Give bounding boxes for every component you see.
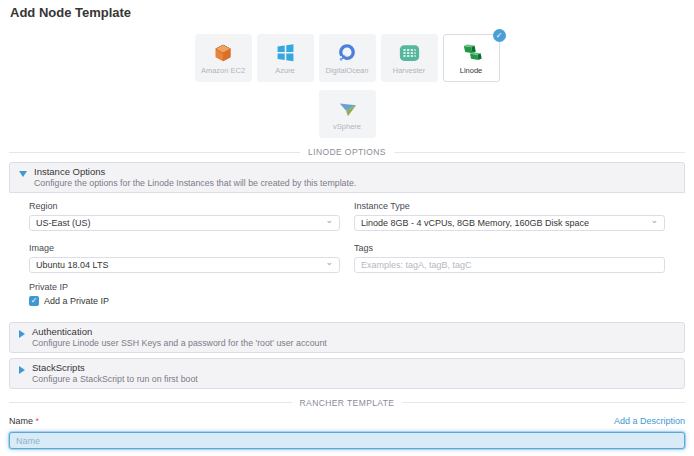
- provider-row-2: vSphere: [319, 90, 376, 138]
- region-select[interactable]: US-East (US) ⌄: [29, 215, 340, 231]
- provider-card-amazon-ec2[interactable]: Amazon EC2: [195, 34, 252, 82]
- provider-card-digitalocean[interactable]: DigitalOcean: [319, 34, 376, 82]
- provider-card-vsphere[interactable]: vSphere: [319, 90, 376, 138]
- name-label-text: Name: [9, 416, 33, 426]
- instance-options-title: Instance Options: [34, 166, 356, 178]
- required-marker: *: [36, 416, 40, 426]
- authentication-accordion-text: Authentication Configure Linode user SSH…: [32, 326, 327, 349]
- instance-type-label: Instance Type: [354, 201, 665, 211]
- rancher-template-separator: RANCHER TEMPLATE: [9, 398, 685, 408]
- instance-options-header[interactable]: Instance Options Configure the options f…: [9, 162, 685, 193]
- separator-line: [394, 152, 685, 153]
- stackscripts-subtitle: Configure a StackScript to run on first …: [32, 374, 198, 385]
- tags-field: Tags: [354, 243, 665, 273]
- private-ip-field: Private IP ✓ Add a Private IP: [29, 282, 665, 306]
- stackscripts-title: StackScripts: [32, 362, 198, 374]
- provider-card-label: Linode: [460, 67, 483, 75]
- instance-options-body: Region US-East (US) ⌄ Instance Type Lino…: [9, 193, 685, 316]
- private-ip-checkbox-label: Add a Private IP: [44, 296, 109, 306]
- provider-card-label: Harvester: [393, 67, 426, 75]
- chevron-down-icon: ⌄: [325, 258, 333, 267]
- azure-icon: [276, 42, 295, 64]
- add-node-template-page: Add Node Template Amazon EC2: [0, 0, 694, 456]
- provider-card-label: vSphere: [333, 123, 361, 131]
- provider-picker: Amazon EC2 Azure: [9, 34, 685, 138]
- image-select[interactable]: Ubuntu 18.04 LTS ⌄: [29, 257, 340, 273]
- linode-options-separator: LINODE OPTIONS: [9, 147, 685, 157]
- linode-icon: [461, 42, 482, 64]
- separator-line: [9, 402, 292, 403]
- name-label: Name *: [9, 416, 39, 426]
- chevron-collapsed-icon: [19, 366, 25, 374]
- add-description-link[interactable]: Add a Description: [614, 416, 685, 426]
- vsphere-icon: [336, 98, 358, 120]
- image-label: Image: [29, 243, 340, 253]
- rancher-template-heading: RANCHER TEMPLATE: [300, 398, 395, 408]
- stackscripts-accordion[interactable]: StackScripts Configure a StackScript to …: [9, 358, 685, 389]
- separator-line: [9, 152, 300, 153]
- provider-card-label: Azure: [275, 67, 295, 75]
- digitalocean-icon: [337, 42, 357, 64]
- instance-type-value: Linode 8GB - 4 vCPUs, 8GB Memory, 160GB …: [361, 218, 589, 228]
- instance-type-select[interactable]: Linode 8GB - 4 vCPUs, 8GB Memory, 160GB …: [354, 215, 665, 231]
- name-row: Name * Add a Description: [9, 416, 685, 426]
- instance-options-subtitle: Configure the options for the Linode Ins…: [34, 178, 356, 189]
- harvester-icon: [399, 42, 420, 64]
- stackscripts-accordion-text: StackScripts Configure a StackScript to …: [32, 362, 198, 385]
- provider-card-label: DigitalOcean: [326, 67, 369, 75]
- authentication-title: Authentication: [32, 326, 327, 338]
- image-value: Ubuntu 18.04 LTS: [36, 260, 108, 270]
- name-input[interactable]: [9, 432, 685, 449]
- selected-check-icon: ✓: [493, 29, 506, 42]
- instance-options-section: Instance Options Configure the options f…: [9, 162, 685, 316]
- provider-card-harvester[interactable]: Harvester: [381, 34, 438, 82]
- region-value: US-East (US): [36, 218, 91, 228]
- provider-row-1: Amazon EC2 Azure: [195, 34, 500, 82]
- private-ip-label: Private IP: [29, 282, 665, 292]
- private-ip-checkbox-row[interactable]: ✓ Add a Private IP: [29, 296, 665, 306]
- provider-card-azure[interactable]: Azure: [257, 34, 314, 82]
- image-field: Image Ubuntu 18.04 LTS ⌄: [29, 243, 340, 273]
- instance-type-field: Instance Type Linode 8GB - 4 vCPUs, 8GB …: [354, 201, 665, 231]
- instance-options-header-text: Instance Options Configure the options f…: [34, 166, 356, 189]
- separator-line: [402, 402, 685, 403]
- tags-input[interactable]: [354, 257, 665, 273]
- chevron-collapsed-icon: [19, 330, 25, 338]
- chevron-down-icon: ⌄: [325, 216, 333, 225]
- linode-options-heading: LINODE OPTIONS: [308, 147, 386, 157]
- amazon-ec2-icon: [213, 42, 233, 64]
- tags-label: Tags: [354, 243, 665, 253]
- chevron-down-icon: ⌄: [650, 216, 658, 225]
- region-field: Region US-East (US) ⌄: [29, 201, 340, 231]
- authentication-subtitle: Configure Linode user SSH Keys and a pas…: [32, 338, 327, 349]
- region-label: Region: [29, 201, 340, 211]
- provider-card-label: Amazon EC2: [201, 67, 245, 75]
- page-title: Add Node Template: [10, 5, 685, 20]
- authentication-accordion[interactable]: Authentication Configure Linode user SSH…: [9, 322, 685, 353]
- private-ip-checkbox[interactable]: ✓: [29, 296, 39, 306]
- provider-card-linode[interactable]: ✓ Linode: [443, 34, 500, 82]
- chevron-expanded-icon: [19, 171, 27, 177]
